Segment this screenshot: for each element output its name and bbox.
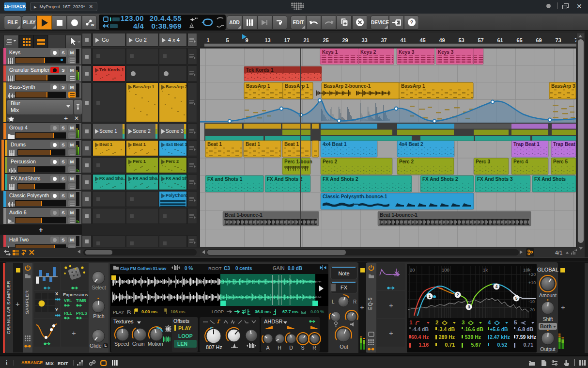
svg-text:Beat 1: Beat 1 [246,142,260,147]
svg-text:Keys 2: Keys 2 [360,49,376,55]
svg-text:+10: +10 [528,280,536,285]
svg-text:Beat 1-bounce-1: Beat 1-bounce-1 [225,212,263,218]
svg-text:Trap Beat 1: Trap Beat 1 [513,142,540,147]
svg-text:Trap Beat 2: Trap Beat 2 [553,142,576,147]
svg-text:13: 13 [265,37,271,43]
svg-text:Tek Kords 1: Tek Kords 1 [246,67,274,73]
svg-text:5: 5 [226,37,229,43]
svg-text:4: 4 [495,284,498,289]
svg-text:61: 61 [497,37,503,43]
svg-text:65: 65 [517,37,523,43]
svg-text:1: 1 [429,294,431,299]
svg-text:17: 17 [284,37,290,43]
svg-text:BassArp 2-bounce-1: BassArp 2-bounce-1 [324,83,371,89]
svg-text:BassArp 1: BassArp 1 [246,83,270,89]
svg-text:73: 73 [556,37,561,43]
svg-text:Perc 2: Perc 2 [399,159,414,164]
svg-text:2: 2 [457,292,459,297]
svg-text:Beat 1-bounce-1: Beat 1-bounce-1 [380,212,418,218]
svg-text:5: 5 [515,296,518,301]
svg-text:BassArp 1: BassArp 1 [285,83,309,89]
svg-text:9: 9 [246,37,248,43]
svg-text:1k: 1k [483,267,488,272]
svg-text:Keys 3: Keys 3 [438,49,454,55]
svg-text:25: 25 [323,37,329,43]
svg-text:FX And Shots 2: FX And Shots 2 [323,176,358,182]
svg-text:Perc 5: Perc 5 [553,159,568,164]
svg-text:Perc 3: Perc 3 [476,159,490,164]
svg-text:?: ? [410,19,413,25]
svg-text:57: 57 [478,37,484,43]
svg-text:77: 77 [575,37,577,43]
svg-text:53: 53 [459,37,464,43]
svg-text:33: 33 [362,37,368,43]
svg-text:BassArp 3: BassArp 3 [551,83,575,89]
svg-text:Keys 1: Keys 1 [322,49,338,55]
svg-text:BassArp 1: BassArp 1 [401,83,425,89]
svg-text:-20: -20 [528,307,535,312]
svg-text:+20: +20 [528,272,536,277]
svg-text:Classic Polysynth-bounce-1: Classic Polysynth-bounce-1 [323,194,387,199]
svg-text:49: 49 [439,37,445,43]
svg-text:69: 69 [536,37,542,43]
svg-text:FX And Shots 2: FX And Shots 2 [422,176,458,182]
svg-text:FX And Shots: FX And Shots [534,176,566,182]
svg-text:37: 37 [381,37,387,43]
svg-text:21: 21 [304,37,309,43]
svg-text:41: 41 [401,37,406,43]
svg-text:Beat 1: Beat 1 [207,142,222,147]
svg-text:FX and Shots 1: FX and Shots 1 [207,176,243,182]
svg-text:Beat 1: Beat 1 [284,142,299,147]
svg-text:Perc 1-boun: Perc 1-boun [284,159,312,164]
svg-text:3: 3 [468,304,470,309]
svg-text:20: 20 [410,267,415,272]
svg-text:Perc 4: Perc 4 [513,159,528,164]
svg-text:R: R [128,310,131,314]
svg-text:1: 1 [207,37,210,43]
svg-text:100: 100 [442,267,449,272]
svg-text:4x4 Beat 1: 4x4 Beat 1 [323,142,347,147]
svg-text:FX And Shots 3: FX And Shots 3 [477,176,513,182]
svg-text:29: 29 [342,37,348,43]
svg-text:45: 45 [420,37,426,43]
svg-text:Perc 2: Perc 2 [323,159,337,164]
svg-text:w: w [91,23,94,27]
svg-text:Keys 3: Keys 3 [399,49,415,55]
svg-text:4x4 Beat 2: 4x4 Beat 2 [399,142,423,147]
svg-text:FX And Shots 2: FX And Shots 2 [267,176,303,182]
svg-text:-10: -10 [528,299,535,304]
